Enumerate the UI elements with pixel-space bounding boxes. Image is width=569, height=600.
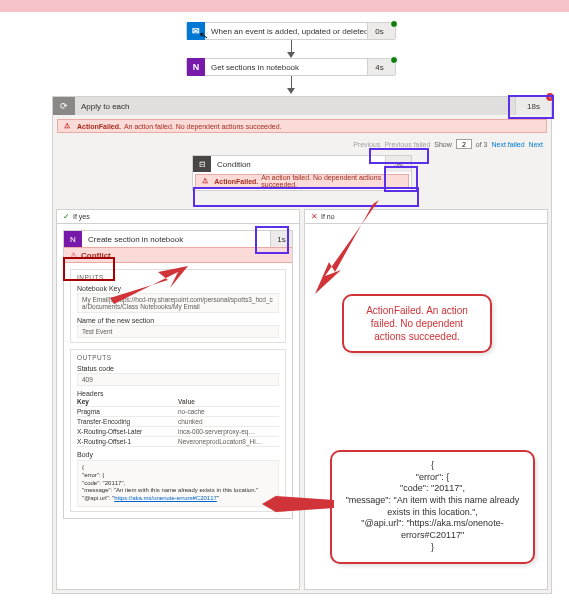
trigger-label: When an event is added, updated or delet…: [205, 27, 367, 36]
apply-to-each-timing: 18s !: [515, 97, 551, 115]
conflict-label: Conflict: [81, 251, 111, 260]
body-label: Body: [77, 451, 279, 458]
table-row: Pragmano-cache: [77, 407, 279, 417]
outputs-panel: OUTPUTS Status code 409 Headers Key Valu…: [70, 349, 286, 512]
iteration-pager: Previous Previous failed Show of 3 Next …: [53, 137, 551, 151]
error-text: An action failed. No dependent actions s…: [261, 174, 408, 188]
section-name-value: Test Event: [77, 325, 279, 338]
top-highlight-bar: [0, 0, 569, 12]
branch-if-yes: ✓ If yes N Create section in notebook 1s…: [56, 209, 300, 590]
error-badge: !: [545, 92, 555, 102]
callout-error-json: { "error": { "code": "20117", "message":…: [330, 450, 535, 564]
branch-if-yes-header[interactable]: ✓ If yes: [57, 210, 299, 224]
condition-card[interactable]: ⊟ Condition 5s ⚠ ActionFailed. An action…: [192, 155, 412, 191]
loop-icon: ⟳: [53, 97, 75, 115]
condition-error-banner: ⚠ ActionFailed. An action failed. No dep…: [195, 174, 409, 188]
error-title: ActionFailed.: [77, 123, 121, 130]
timing-text: 18s: [527, 102, 540, 111]
api-url-link[interactable]: https://aka.ms/onenote-errors#C20117: [114, 495, 217, 501]
notebook-key-label: Notebook Key: [77, 285, 279, 292]
inputs-title: INPUTS: [77, 274, 279, 281]
create-section-label: Create section in notebook: [82, 235, 270, 244]
onenote-icon: N: [64, 231, 82, 247]
callout-text: ActionFailed. An action failed. No depen…: [366, 305, 468, 342]
callout-actionfailed: ActionFailed. An action failed. No depen…: [342, 294, 492, 353]
create-section-timing: 1s: [270, 231, 292, 247]
notebook-key-value: My Email|$|https://hcd-my.sharepoint.com…: [77, 293, 279, 313]
success-badge: [390, 56, 398, 64]
onenote-icon: N: [187, 58, 205, 76]
warning-icon: ⚠: [64, 122, 74, 130]
table-row: X-Routing-Offset-1NeveroneprodLocaton8_H…: [77, 437, 279, 447]
headers-key-col: Key: [77, 398, 178, 405]
section-name-label: Name of the new section: [77, 317, 279, 324]
x-icon: ✕: [311, 212, 318, 221]
success-badge: [390, 20, 398, 28]
pager-of-text: of 3: [476, 141, 488, 148]
outputs-title: OUTPUTS: [77, 354, 279, 361]
inputs-panel: INPUTS Notebook Key My Email|$|https://h…: [70, 269, 286, 343]
body-json: { "error": { "code": "20117", "message":…: [77, 460, 279, 507]
if-yes-label: If yes: [73, 213, 90, 220]
condition-icon: ⊟: [193, 156, 211, 172]
pager-next[interactable]: Next: [529, 141, 543, 148]
pager-show-input[interactable]: [456, 139, 472, 149]
table-row: Transfer-Encodingchunked: [77, 417, 279, 427]
apply-to-each-label: Apply to each: [75, 102, 515, 111]
status-code-value: 409: [77, 373, 279, 386]
pager-show-label: Show: [434, 141, 452, 148]
create-section-card[interactable]: N Create section in notebook 1s ⚠ Confli…: [63, 230, 293, 519]
get-sections-card[interactable]: N Get sections in notebook 4s: [186, 58, 396, 76]
table-row: X-Routing-Offset-Laterinca-000-serverpro…: [77, 427, 279, 437]
connector-line: [291, 40, 292, 52]
headers-val-col: Value: [178, 398, 279, 405]
branch-if-no-header[interactable]: ✕ If no: [305, 210, 547, 224]
warning-icon: ⚠: [202, 177, 211, 185]
error-title: ActionFailed.: [214, 178, 258, 185]
headers-label: Headers: [77, 390, 279, 397]
check-icon: ✓: [63, 212, 70, 221]
conflict-banner: ⚠ Conflict: [64, 247, 292, 263]
warning-icon: ⚠: [70, 251, 77, 260]
apply-to-each-error-banner: ⚠ ActionFailed. An action failed. No dep…: [57, 119, 547, 133]
pager-previous-failed[interactable]: Previous failed: [384, 141, 430, 148]
if-no-label: If no: [321, 213, 335, 220]
pager-previous[interactable]: Previous: [353, 141, 380, 148]
condition-timing: 5s: [385, 156, 411, 172]
error-text: An action failed. No dependent actions s…: [124, 123, 282, 130]
apply-to-each-header[interactable]: ⟳ Apply to each 18s !: [53, 97, 551, 115]
condition-label: Condition: [211, 160, 385, 169]
timing-text: 1s: [277, 235, 285, 244]
pager-next-failed[interactable]: Next failed: [492, 141, 525, 148]
connector-arrow-icon: [287, 88, 295, 94]
get-sections-label: Get sections in notebook: [205, 63, 367, 72]
trigger-card[interactable]: ✉︎ When an event is added, updated or de…: [186, 22, 396, 40]
status-code-label: Status code: [77, 365, 279, 372]
connector-line: [291, 76, 292, 88]
